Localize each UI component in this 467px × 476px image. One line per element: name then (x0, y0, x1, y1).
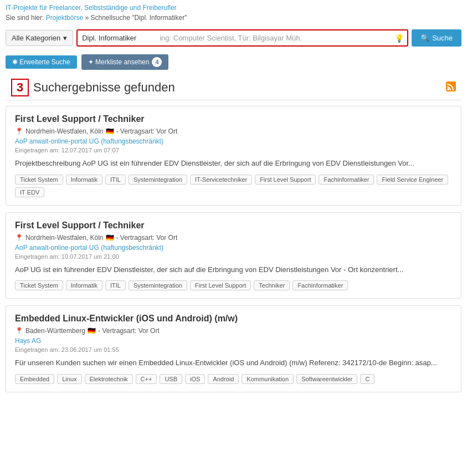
results-list: First Level Support / Techniker 📍 Nordrh… (0, 100, 467, 398)
result-company-link[interactable]: AoP anwalt-online-portal UG (haftungsbes… (15, 137, 452, 145)
search-keyword-input[interactable] (78, 30, 155, 45)
tag[interactable]: Informatik (66, 175, 102, 185)
tag[interactable]: Kommunikation (242, 374, 294, 384)
pin-icon: 📍 (15, 327, 23, 335)
rss-icon[interactable] (446, 81, 456, 94)
tag[interactable]: First Level Support (255, 175, 316, 185)
result-title: First Level Support / Techniker (15, 221, 452, 231)
breadcrumb-link-projektboerse[interactable]: Projektbörse (46, 14, 83, 22)
result-tags: Ticket SystemInformatikITILSystemintegra… (15, 175, 452, 197)
tag[interactable]: Embedded (15, 374, 54, 384)
breadcrumb-prefix: Sie sind hier: (6, 14, 44, 22)
tag[interactable]: Ticket System (15, 280, 63, 290)
location-text: Nordrhein-Westfalen, Köln (25, 127, 104, 135)
result-location: 📍 Baden-Württemberg 🇩🇪 - Vertragsart: Vo… (15, 327, 452, 335)
merkliste-label: ✦ Merkliste ansehen (88, 58, 150, 66)
search-button[interactable]: 🔍 Suche (412, 29, 461, 47)
pin-icon: 📍 (15, 127, 23, 135)
top-link[interactable]: IT-Projekte für Freelancer, Selbstständi… (6, 4, 177, 12)
result-company-link[interactable]: Hays AG (15, 337, 452, 345)
bulb-icon: 💡 (391, 32, 407, 45)
tag[interactable]: Softwareentwickler (296, 374, 357, 384)
contract-type: - Vertragsart: Vor Ort (98, 327, 160, 335)
contract-type: - Vertragsart: Vor Ort (116, 127, 178, 135)
result-description: AoP UG ist ein führender EDV Dienstleist… (15, 264, 452, 275)
flag-icon: 🇩🇪 (106, 234, 114, 242)
flag-icon: 🇩🇪 (106, 127, 114, 135)
tag[interactable]: Elektrotechnik (85, 374, 133, 384)
result-date: Eingetragen am: 23.06.2017 um 01:55 (15, 346, 452, 353)
flag-icon: 🇩🇪 (88, 327, 96, 335)
result-date: Eingetragen am: 12.07.2017 um 07:07 (15, 147, 452, 153)
result-title: Embedded Linux-Entwickler (iOS und Andro… (15, 314, 452, 324)
result-tags: EmbeddedLinuxElektrotechnikC++USBiOSAndr… (15, 374, 452, 384)
search-button-label: Suche (432, 34, 453, 42)
tag[interactable]: iOS (185, 374, 205, 384)
search-bar: Alle Kategorien ▾ ing: Computer Scientis… (0, 25, 467, 51)
location-text: Baden-Württemberg (25, 327, 85, 335)
result-tags: Ticket SystemInformatikITILSystemintegra… (15, 280, 452, 290)
tag[interactable]: USB (160, 374, 182, 384)
action-bar: ✱ Erweiterte Suche ✦ Merkliste ansehen 4 (0, 51, 467, 73)
category-dropdown[interactable]: Alle Kategorien ▾ (6, 30, 73, 46)
result-card: First Level Support / Techniker 📍 Nordrh… (6, 212, 461, 299)
results-title: 3 Suchergebnisse gefunden (11, 79, 175, 96)
result-description: Projektbeschreibung AoP UG ist ein führe… (15, 158, 452, 169)
pin-icon: 📍 (15, 234, 23, 242)
tag[interactable]: Fachinformatiker (319, 175, 374, 185)
result-date: Eingetragen am: 10.07.2017 um 21:00 (15, 253, 452, 260)
result-location: 📍 Nordrhein-Westfalen, Köln 🇩🇪 - Vertrag… (15, 234, 452, 242)
result-card: First Level Support / Techniker 📍 Nordrh… (6, 106, 461, 206)
tag[interactable]: Linux (57, 374, 81, 384)
result-card: Embedded Linux-Entwickler (iOS und Andro… (6, 305, 461, 392)
tag[interactable]: IT EDV (15, 187, 44, 197)
tag[interactable]: C++ (136, 374, 157, 384)
search-icon: 🔍 (420, 34, 429, 42)
svg-point-1 (447, 88, 449, 90)
result-title: First Level Support / Techniker (15, 114, 452, 124)
result-description: Für unseren Kunden suchen wir einen Embe… (15, 357, 452, 368)
search-hint-text: ing: Computer Scientist, Tür: Bilgisayar… (155, 30, 391, 45)
location-text: Nordrhein-Westfalen, Köln (25, 234, 104, 242)
advanced-search-button[interactable]: ✱ Erweiterte Suche (6, 55, 77, 69)
result-location: 📍 Nordrhein-Westfalen, Köln 🇩🇪 - Vertrag… (15, 127, 452, 135)
results-title-text: Suchergebnisse gefunden (33, 80, 175, 95)
tag[interactable]: Fachinformatiker (292, 280, 348, 290)
breadcrumb-separator: » (85, 14, 89, 22)
tag[interactable]: Techniker (254, 280, 290, 290)
tag[interactable]: First Level Support (190, 280, 251, 290)
tag[interactable]: Informatik (66, 280, 102, 290)
tag[interactable]: C (360, 374, 374, 384)
category-label: Alle Kategorien (12, 34, 60, 42)
tag[interactable]: ITIL (105, 175, 126, 185)
tag[interactable]: Systemintegration (129, 280, 187, 290)
tag[interactable]: ITIL (105, 280, 126, 290)
merkliste-button[interactable]: ✦ Merkliste ansehen 4 (81, 54, 169, 70)
search-input-wrapper: ing: Computer Scientist, Tür: Bilgisayar… (76, 29, 408, 47)
tag[interactable]: Field Service Engineer (377, 175, 448, 185)
tag[interactable]: Ticket System (15, 175, 63, 185)
breadcrumb-current: Schnellsuche "Dipl. Informatiker" (90, 14, 187, 22)
tag[interactable]: IT-Servicetechniker (190, 175, 252, 185)
tag[interactable]: Systemintegration (129, 175, 187, 185)
merkliste-badge: 4 (152, 57, 162, 67)
results-count-box: 3 (11, 79, 29, 96)
result-company-link[interactable]: AoP anwalt-online-portal UG (haftungsbes… (15, 244, 452, 252)
dropdown-arrow-icon: ▾ (63, 34, 67, 42)
tag[interactable]: Android (208, 374, 239, 384)
results-header: 3 Suchergebnisse gefunden (6, 73, 461, 100)
contract-type: - Vertragsart: Vor Ort (116, 234, 178, 242)
